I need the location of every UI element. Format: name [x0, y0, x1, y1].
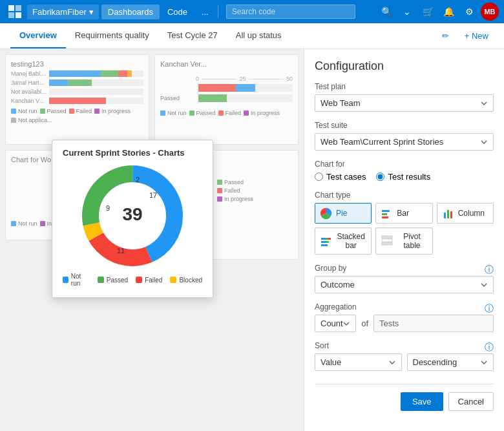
sort-order-select[interactable]: Descending — [407, 353, 494, 371]
nav-code[interactable]: Code — [161, 5, 194, 19]
new-button[interactable]: + New — [459, 28, 494, 43]
group-by-section: Group by ⓘ Outcome — [315, 264, 494, 293]
app-logo[interactable] — [5, 2, 25, 21]
edit-button[interactable]: ✏ — [437, 28, 454, 43]
org-switcher[interactable]: FabrikamFiber ▾ — [27, 5, 99, 19]
topbar-icons: 🔍 ⌄ 🛒 🔔 ⚙ MB — [377, 3, 499, 21]
chart-type-column[interactable]: Column — [437, 203, 494, 224]
donut-chart: 39 17 9 2 11 — [63, 164, 202, 268]
legend-label-passed: Passed — [47, 108, 67, 114]
legend-dot-passed — [40, 109, 45, 114]
legend-inprogress: In progress — [94, 108, 131, 114]
svg-rect-2 — [8, 12, 14, 18]
nav-more[interactable]: ... — [195, 5, 215, 19]
kanchan-legend: Not run Passed Failed In progress — [160, 110, 293, 116]
aggregation-unit-input[interactable] — [373, 315, 494, 332]
pivot-table-icon — [381, 235, 393, 247]
chartforwo-dot-inprogress — [40, 221, 45, 226]
sort-info-icon[interactable]: ⓘ — [485, 342, 494, 353]
tab-all-up-status[interactable]: All up status — [227, 23, 291, 48]
group-by-select[interactable]: Outcome — [315, 276, 494, 293]
group-by-label: Group by — [315, 264, 346, 273]
chart-type-pivot-table[interactable]: Pivot table — [375, 227, 432, 255]
user-avatar[interactable]: MB — [481, 3, 499, 21]
donut-svg: 39 17 9 2 11 — [81, 164, 184, 268]
save-button[interactable]: Save — [401, 392, 443, 411]
svg-rect-35 — [321, 244, 328, 246]
svg-rect-24 — [382, 210, 390, 212]
hbar-seg-notrun-1 — [49, 70, 101, 77]
test-suite-select[interactable]: Web Team\Current Sprint Stories — [315, 133, 494, 151]
fltops-label-failed: Failed — [224, 187, 240, 194]
bell-icon[interactable]: 🔔 — [439, 3, 457, 21]
cancel-button[interactable]: Cancel — [448, 392, 494, 411]
subnav: Overview Requirments quality Test Cycle … — [0, 23, 504, 49]
topbar: FabrikamFiber ▾ Dashboards Code ... 🔍 ⌄ … — [0, 0, 504, 23]
fltops-legend-inprogress: In progress — [217, 196, 253, 202]
popup-title: Current Sprint Stories - Charts — [63, 148, 202, 158]
radio-test-cases[interactable]: Test cases — [315, 172, 366, 182]
testing123-legend: Not run Passed Failed In progress — [11, 108, 143, 123]
fltops-legend-failed: Failed — [217, 187, 253, 194]
legend-notrun: Not run — [11, 108, 37, 114]
tab-requirements-quality[interactable]: Requirments quality — [66, 23, 158, 48]
svg-rect-38 — [382, 242, 392, 245]
kanchan-legend-failed: Failed — [218, 110, 242, 116]
svg-rect-27 — [444, 213, 446, 218]
svg-text:2: 2 — [136, 176, 140, 184]
fltops-legend-passed: Passed — [217, 179, 253, 185]
svg-rect-28 — [447, 210, 449, 218]
popup-legend-failed: Failed — [136, 273, 162, 287]
kanchan-dot-passed — [189, 110, 194, 116]
hbar-seg-passed-1 — [101, 70, 118, 77]
hbar-seg-notrun-2 — [49, 79, 68, 86]
config-title: Configuration — [315, 59, 494, 73]
hbar-label-4: Kanchan Ver... — [11, 98, 47, 104]
nav-dashboards[interactable]: Dashboards — [101, 5, 160, 19]
aggregation-select[interactable]: Count — [315, 315, 356, 332]
popup-legend-label-failed: Failed — [145, 277, 162, 284]
svg-rect-34 — [326, 241, 329, 243]
popup-swatch-failed — [136, 277, 142, 283]
group-by-info-icon[interactable]: ⓘ — [485, 264, 494, 276]
legend-dot-notapplicable — [11, 118, 16, 123]
popup-swatch-notrun — [63, 277, 68, 283]
settings-icon[interactable]: ⚙ — [460, 3, 478, 21]
testing123-title: testing123 — [11, 60, 143, 68]
dropdown-icon[interactable]: ⌄ — [398, 3, 416, 21]
kanchan-bar-2: Passed — [160, 94, 293, 102]
chart-type-pie[interactable]: Pie — [315, 203, 372, 224]
hbar-label-2: Jamal Hartn... — [11, 79, 47, 86]
popup-legend-label-notrun: Not run — [71, 273, 90, 287]
chart-type-stacked-bar[interactable]: Stacked bar — [315, 227, 372, 255]
search-icon[interactable]: 🔍 — [377, 3, 395, 21]
popup-legend-label-passed: Passed — [107, 277, 128, 284]
svg-rect-30 — [321, 238, 325, 240]
tab-overview[interactable]: Overview — [10, 23, 66, 48]
svg-rect-29 — [450, 211, 452, 218]
chart-type-bar[interactable]: Bar — [375, 203, 432, 224]
search-input[interactable] — [226, 5, 355, 19]
legend-label-notrun: Not run — [18, 108, 37, 114]
basket-icon[interactable]: 🛒 — [419, 3, 437, 21]
hbar-seg-blocked-1 — [127, 70, 132, 77]
svg-rect-32 — [328, 238, 331, 240]
aggregation-label: Aggregation — [315, 302, 357, 311]
aggregation-info-icon[interactable]: ⓘ — [485, 303, 494, 315]
test-plan-select[interactable]: Web Team — [315, 94, 494, 112]
chartforwo-dot-notrun — [11, 221, 16, 226]
tab-test-cycle[interactable]: Test Cycle 27 — [158, 23, 227, 48]
hbar-seg-failed-1 — [118, 70, 128, 77]
radio-test-results[interactable]: Test results — [376, 172, 430, 182]
hbar-label-3: Not availabl... — [11, 89, 47, 95]
popup-swatch-blocked — [170, 277, 176, 283]
sort-row: Value Descending — [315, 353, 494, 371]
hbar-row-1: Manoj Bable... — [11, 70, 143, 77]
test-suite-label: Test suite — [315, 121, 494, 130]
hbar-chart: Manoj Bable... Jamal Hartn... — [11, 70, 143, 104]
svg-rect-26 — [382, 216, 388, 218]
svg-rect-31 — [325, 238, 328, 240]
sort-value-select[interactable]: Value — [315, 353, 402, 371]
kanchan-bar-label-2: Passed — [160, 95, 196, 101]
sort-header: Sort ⓘ — [315, 341, 494, 353]
